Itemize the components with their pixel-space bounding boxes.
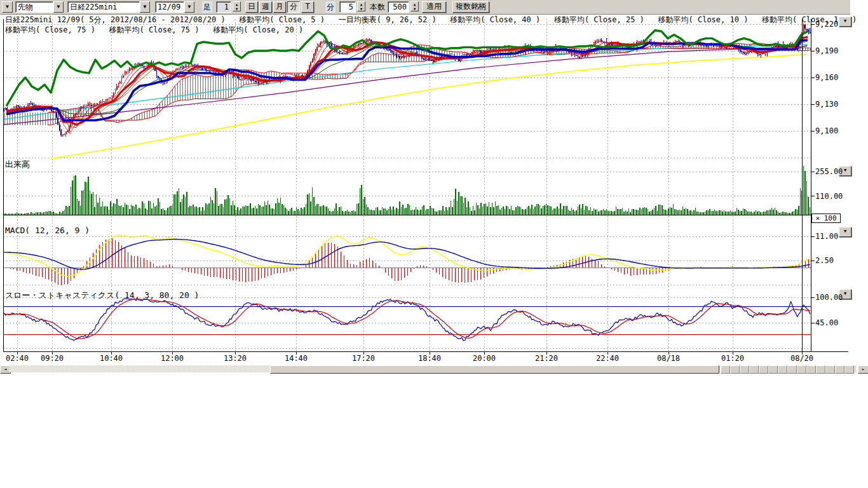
time-tick-label: 13:20 bbox=[224, 354, 247, 363]
time-tick-label: 08/20 bbox=[790, 354, 813, 363]
mini-button-stub[interactable] bbox=[835, 365, 844, 374]
time-tick-label: 17:20 bbox=[352, 354, 375, 363]
mini-button-stub[interactable] bbox=[778, 365, 787, 374]
stochastics-pane-label: スロー・ストキャスティクス( 14, 3, 80, 20 ) bbox=[5, 291, 199, 300]
mini-button-stub[interactable] bbox=[825, 365, 835, 374]
time-tick-label: 20:00 bbox=[473, 354, 496, 363]
time-tick-label: 02:40 bbox=[6, 354, 29, 363]
mini-button-stub[interactable] bbox=[816, 365, 825, 374]
mini-button-stub[interactable] bbox=[740, 365, 749, 374]
stoch-tick-label: 45.00 bbox=[815, 318, 848, 327]
time-tick-label: 14:40 bbox=[285, 354, 308, 363]
arrow-left-icon: ◄ bbox=[4, 367, 7, 371]
mini-button-stub[interactable] bbox=[844, 365, 854, 374]
price-tick-label: 9,220 bbox=[815, 20, 848, 29]
horizontal-scrollbar: ◄ ► bbox=[0, 365, 868, 372]
price-tick-label: 9,130 bbox=[815, 100, 848, 109]
chart-title-indicators-line1: 日経225mini 12/09( 5分, 2012/08/16 - 2012/0… bbox=[5, 15, 857, 24]
chart-indicators-line2: 移動平均( Close, 75 ) 移動平均( Close, 75 ) 移動平均… bbox=[5, 25, 303, 34]
time-tick-label: 22:40 bbox=[596, 354, 619, 363]
time-tick-label: 08/18 bbox=[657, 354, 680, 363]
price-tick-label: 9,160 bbox=[815, 73, 848, 82]
scrollbar-thumb[interactable] bbox=[270, 365, 719, 374]
time-tick-label: 21:20 bbox=[535, 354, 558, 363]
stoch-tick-label: 100.00 bbox=[815, 293, 848, 302]
time-tick-label: 09:20 bbox=[41, 354, 64, 363]
arrow-right-icon: ► bbox=[862, 367, 865, 371]
macd-tick-label: 11.00 bbox=[815, 232, 848, 241]
mini-button-stub[interactable] bbox=[721, 365, 730, 374]
mini-button-stub[interactable] bbox=[806, 365, 816, 374]
time-tick-label: 12:00 bbox=[161, 354, 184, 363]
mini-button-stub[interactable] bbox=[797, 365, 806, 374]
mini-button-stub[interactable] bbox=[730, 365, 740, 374]
scroll-right-button[interactable]: ► bbox=[858, 365, 868, 374]
volume-pane-label: 出来高 bbox=[5, 160, 30, 169]
macd-pane-label: MACD( 12, 26, 9 ) bbox=[5, 226, 90, 235]
chart-canvas bbox=[0, 0, 868, 372]
time-tick-label: 10:40 bbox=[100, 354, 123, 363]
macd-tick-label: 2.50 bbox=[815, 256, 848, 265]
volume-scale-multiplier: × 100 bbox=[811, 214, 841, 223]
price-tick-label: 9,190 bbox=[815, 46, 848, 55]
time-tick-label: 01:20 bbox=[721, 354, 744, 363]
mini-button-stub[interactable] bbox=[768, 365, 778, 374]
mini-button-stub[interactable] bbox=[759, 365, 768, 374]
price-tick-label: 9,100 bbox=[815, 126, 848, 135]
chart-application-window: ▼ 先物 ▼ 日経225mini ▼ 12/09 ▼ 足 1 ▲▼ 日 週 月 … bbox=[0, 0, 868, 488]
mini-button-stub[interactable] bbox=[749, 365, 759, 374]
volume-tick-label: 110.00 bbox=[815, 192, 848, 201]
mini-button-stub[interactable] bbox=[787, 365, 797, 374]
volume-tick-label: 255.00 bbox=[815, 167, 848, 176]
time-tick-label: 18:40 bbox=[418, 354, 441, 363]
